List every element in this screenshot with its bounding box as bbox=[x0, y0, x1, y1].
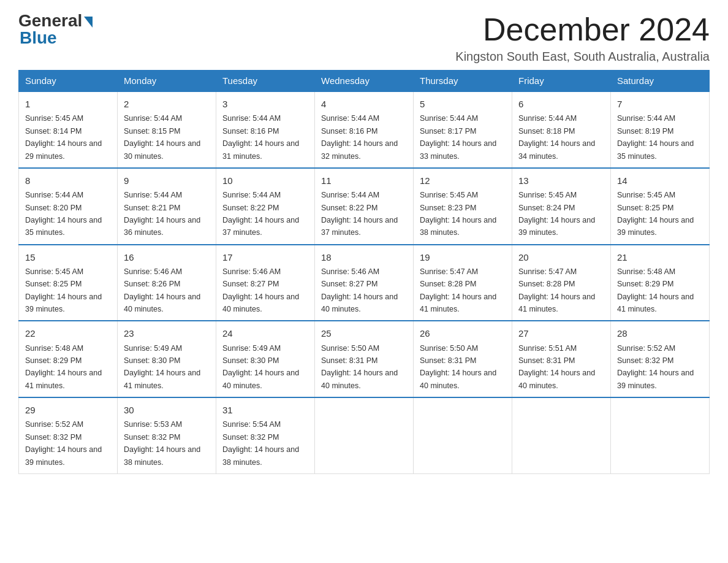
day-info: Sunrise: 5:44 AMSunset: 8:20 PMDaylight:… bbox=[25, 191, 102, 237]
day-number: 15 bbox=[25, 250, 111, 264]
day-info: Sunrise: 5:44 AMSunset: 8:15 PMDaylight:… bbox=[124, 114, 200, 160]
day-number: 26 bbox=[420, 326, 506, 340]
calendar-cell: 29Sunrise: 5:52 AMSunset: 8:32 PMDayligh… bbox=[19, 397, 118, 473]
calendar-cell bbox=[512, 397, 611, 473]
day-info: Sunrise: 5:49 AMSunset: 8:30 PMDaylight:… bbox=[124, 344, 200, 390]
calendar-cell: 11Sunrise: 5:44 AMSunset: 8:22 PMDayligh… bbox=[315, 168, 414, 245]
day-info: Sunrise: 5:45 AMSunset: 8:25 PMDaylight:… bbox=[617, 191, 694, 237]
day-info: Sunrise: 5:44 AMSunset: 8:21 PMDaylight:… bbox=[124, 191, 200, 237]
day-number: 10 bbox=[222, 174, 308, 188]
day-info: Sunrise: 5:47 AMSunset: 8:28 PMDaylight:… bbox=[518, 267, 595, 313]
calendar-cell: 10Sunrise: 5:44 AMSunset: 8:22 PMDayligh… bbox=[216, 168, 315, 245]
day-number: 25 bbox=[321, 326, 407, 340]
calendar-cell: 7Sunrise: 5:44 AMSunset: 8:19 PMDaylight… bbox=[611, 91, 710, 168]
day-number: 7 bbox=[617, 97, 703, 111]
day-number: 31 bbox=[222, 403, 308, 417]
calendar-cell: 6Sunrise: 5:44 AMSunset: 8:18 PMDaylight… bbox=[512, 91, 611, 168]
day-info: Sunrise: 5:52 AMSunset: 8:32 PMDaylight:… bbox=[617, 344, 694, 390]
day-info: Sunrise: 5:44 AMSunset: 8:22 PMDaylight:… bbox=[222, 191, 299, 237]
day-info: Sunrise: 5:44 AMSunset: 8:22 PMDaylight:… bbox=[321, 191, 398, 237]
weekday-header-row: SundayMondayTuesdayWednesdayThursdayFrid… bbox=[19, 71, 710, 92]
day-number: 27 bbox=[518, 326, 604, 340]
calendar-cell: 2Sunrise: 5:44 AMSunset: 8:15 PMDaylight… bbox=[118, 91, 216, 168]
day-info: Sunrise: 5:52 AMSunset: 8:32 PMDaylight:… bbox=[25, 420, 102, 466]
calendar-cell: 16Sunrise: 5:46 AMSunset: 8:26 PMDayligh… bbox=[118, 245, 216, 321]
day-info: Sunrise: 5:50 AMSunset: 8:31 PMDaylight:… bbox=[321, 344, 398, 390]
day-number: 4 bbox=[321, 97, 407, 111]
weekday-header-wednesday: Wednesday bbox=[315, 71, 414, 92]
day-info: Sunrise: 5:48 AMSunset: 8:29 PMDaylight:… bbox=[25, 344, 102, 390]
logo-blue-text: Blue bbox=[20, 28, 57, 48]
weekday-header-monday: Monday bbox=[118, 71, 216, 92]
calendar-cell: 28Sunrise: 5:52 AMSunset: 8:32 PMDayligh… bbox=[611, 321, 710, 397]
calendar-cell: 23Sunrise: 5:49 AMSunset: 8:30 PMDayligh… bbox=[118, 321, 216, 397]
calendar-cell: 18Sunrise: 5:46 AMSunset: 8:27 PMDayligh… bbox=[315, 245, 414, 321]
day-number: 13 bbox=[518, 174, 604, 188]
calendar-cell: 26Sunrise: 5:50 AMSunset: 8:31 PMDayligh… bbox=[414, 321, 512, 397]
calendar-week-row: 15Sunrise: 5:45 AMSunset: 8:25 PMDayligh… bbox=[19, 245, 710, 321]
calendar-week-row: 22Sunrise: 5:48 AMSunset: 8:29 PMDayligh… bbox=[19, 321, 710, 397]
day-number: 3 bbox=[222, 97, 308, 111]
day-number: 21 bbox=[617, 250, 703, 264]
logo-text: General bbox=[18, 12, 93, 29]
calendar-cell: 13Sunrise: 5:45 AMSunset: 8:24 PMDayligh… bbox=[512, 168, 611, 245]
day-number: 20 bbox=[518, 250, 604, 264]
day-info: Sunrise: 5:47 AMSunset: 8:28 PMDaylight:… bbox=[420, 267, 496, 313]
calendar-cell bbox=[611, 397, 710, 473]
title-area: December 2024 Kingston South East, South… bbox=[455, 12, 710, 64]
calendar-cell: 15Sunrise: 5:45 AMSunset: 8:25 PMDayligh… bbox=[19, 245, 118, 321]
calendar-cell: 30Sunrise: 5:53 AMSunset: 8:32 PMDayligh… bbox=[118, 397, 216, 473]
day-number: 18 bbox=[321, 250, 407, 264]
calendar-cell: 17Sunrise: 5:46 AMSunset: 8:27 PMDayligh… bbox=[216, 245, 315, 321]
calendar-cell: 25Sunrise: 5:50 AMSunset: 8:31 PMDayligh… bbox=[315, 321, 414, 397]
calendar-cell: 9Sunrise: 5:44 AMSunset: 8:21 PMDaylight… bbox=[118, 168, 216, 245]
calendar-cell: 22Sunrise: 5:48 AMSunset: 8:29 PMDayligh… bbox=[19, 321, 118, 397]
calendar-cell: 19Sunrise: 5:47 AMSunset: 8:28 PMDayligh… bbox=[414, 245, 512, 321]
day-number: 24 bbox=[222, 326, 308, 340]
day-number: 17 bbox=[222, 250, 308, 264]
calendar-table: SundayMondayTuesdayWednesdayThursdayFrid… bbox=[18, 70, 710, 474]
day-number: 14 bbox=[617, 174, 703, 188]
day-info: Sunrise: 5:51 AMSunset: 8:31 PMDaylight:… bbox=[518, 344, 595, 390]
day-number: 22 bbox=[25, 326, 111, 340]
calendar-cell: 12Sunrise: 5:45 AMSunset: 8:23 PMDayligh… bbox=[414, 168, 512, 245]
location-subtitle: Kingston South East, South Australia, Au… bbox=[455, 50, 710, 64]
calendar-week-row: 29Sunrise: 5:52 AMSunset: 8:32 PMDayligh… bbox=[19, 397, 710, 473]
day-number: 23 bbox=[124, 326, 210, 340]
day-number: 29 bbox=[25, 403, 111, 417]
day-info: Sunrise: 5:46 AMSunset: 8:27 PMDaylight:… bbox=[222, 267, 299, 313]
weekday-header-sunday: Sunday bbox=[19, 71, 118, 92]
day-number: 5 bbox=[420, 97, 506, 111]
calendar-cell bbox=[315, 397, 414, 473]
day-info: Sunrise: 5:45 AMSunset: 8:23 PMDaylight:… bbox=[420, 191, 496, 237]
day-info: Sunrise: 5:44 AMSunset: 8:17 PMDaylight:… bbox=[420, 114, 496, 160]
page-header: General Blue December 2024 Kingston Sout… bbox=[18, 12, 710, 64]
day-number: 30 bbox=[124, 403, 210, 417]
day-number: 2 bbox=[124, 97, 210, 111]
day-number: 16 bbox=[124, 250, 210, 264]
day-number: 6 bbox=[518, 97, 604, 111]
day-number: 11 bbox=[321, 174, 407, 188]
day-info: Sunrise: 5:44 AMSunset: 8:18 PMDaylight:… bbox=[518, 114, 595, 160]
calendar-cell: 8Sunrise: 5:44 AMSunset: 8:20 PMDaylight… bbox=[19, 168, 118, 245]
day-info: Sunrise: 5:48 AMSunset: 8:29 PMDaylight:… bbox=[617, 267, 694, 313]
calendar-cell: 27Sunrise: 5:51 AMSunset: 8:31 PMDayligh… bbox=[512, 321, 611, 397]
calendar-week-row: 1Sunrise: 5:45 AMSunset: 8:14 PMDaylight… bbox=[19, 91, 710, 168]
calendar-cell: 20Sunrise: 5:47 AMSunset: 8:28 PMDayligh… bbox=[512, 245, 611, 321]
day-info: Sunrise: 5:46 AMSunset: 8:26 PMDaylight:… bbox=[124, 267, 200, 313]
day-info: Sunrise: 5:54 AMSunset: 8:32 PMDaylight:… bbox=[222, 420, 299, 466]
day-info: Sunrise: 5:50 AMSunset: 8:31 PMDaylight:… bbox=[420, 344, 496, 390]
day-number: 8 bbox=[25, 174, 111, 188]
calendar-cell: 31Sunrise: 5:54 AMSunset: 8:32 PMDayligh… bbox=[216, 397, 315, 473]
weekday-header-saturday: Saturday bbox=[611, 71, 710, 92]
weekday-header-tuesday: Tuesday bbox=[216, 71, 315, 92]
day-info: Sunrise: 5:46 AMSunset: 8:27 PMDaylight:… bbox=[321, 267, 398, 313]
day-info: Sunrise: 5:45 AMSunset: 8:14 PMDaylight:… bbox=[25, 114, 102, 160]
day-info: Sunrise: 5:44 AMSunset: 8:19 PMDaylight:… bbox=[617, 114, 694, 160]
day-number: 1 bbox=[25, 97, 111, 111]
day-info: Sunrise: 5:44 AMSunset: 8:16 PMDaylight:… bbox=[321, 114, 398, 160]
calendar-cell bbox=[414, 397, 512, 473]
day-info: Sunrise: 5:45 AMSunset: 8:25 PMDaylight:… bbox=[25, 267, 102, 313]
day-number: 12 bbox=[420, 174, 506, 188]
day-info: Sunrise: 5:49 AMSunset: 8:30 PMDaylight:… bbox=[222, 344, 299, 390]
